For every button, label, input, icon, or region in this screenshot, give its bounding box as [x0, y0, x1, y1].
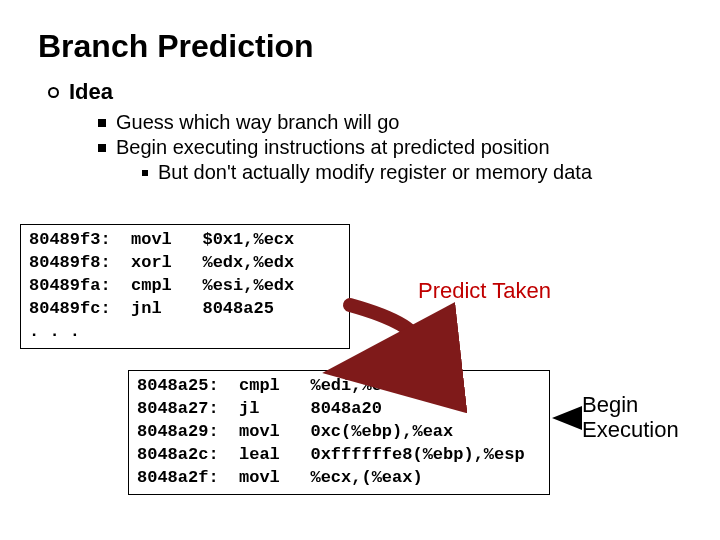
bullet-list: Guess which way branch will go Begin exe… [98, 111, 720, 184]
small-square-bullet-icon [142, 170, 148, 176]
begin-execution-label: Begin Execution [582, 392, 679, 443]
bullet-text: Guess which way branch will go [116, 111, 399, 134]
square-bullet-icon [98, 144, 106, 152]
square-bullet-icon [98, 119, 106, 127]
idea-heading: Idea [48, 79, 720, 105]
begin-line-2: Execution [582, 417, 679, 442]
bullet-item: Begin executing instructions at predicte… [98, 136, 720, 159]
code-block-1: 80489f3: movl $0x1,%ecx 80489f8: xorl %e… [20, 224, 350, 349]
predict-arrow-icon [350, 305, 418, 370]
begin-line-1: Begin [582, 392, 679, 417]
bullet-text: Begin executing instructions at predicte… [116, 136, 550, 159]
sub-bullet-item: But don't actually modify register or me… [142, 161, 720, 184]
predict-taken-label: Predict Taken [418, 278, 551, 304]
bullet-text: But don't actually modify register or me… [158, 161, 592, 184]
code-block-2: 8048a25: cmpl %edi,%edx 8048a27: jl 8048… [128, 370, 550, 495]
slide-title: Branch Prediction [38, 28, 720, 65]
idea-label: Idea [69, 79, 113, 105]
hollow-circle-bullet-icon [48, 87, 59, 98]
bullet-item: Guess which way branch will go [98, 111, 720, 134]
